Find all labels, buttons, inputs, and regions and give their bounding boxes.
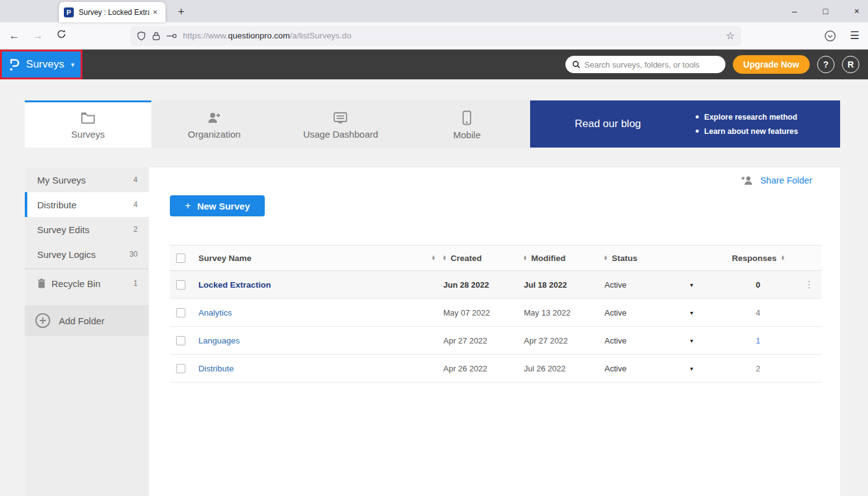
new-survey-button[interactable]: + New Survey (170, 195, 265, 216)
status-dropdown[interactable]: Active▾ (604, 336, 719, 345)
tab-label: Surveys (71, 129, 105, 140)
blog-bullets: Explore research method Learn about new … (696, 113, 798, 136)
sort-icon[interactable]: ▴▾ (604, 255, 607, 261)
permissions-icon[interactable] (166, 32, 177, 40)
created-cell: Apr 26 2022 (443, 364, 524, 373)
bookmark-star-icon[interactable]: ☆ (726, 30, 735, 42)
plus-icon: + (185, 200, 191, 212)
folder-icon (81, 111, 95, 125)
blog-bullet: Explore research method (696, 113, 798, 122)
sidebar-item-distribute[interactable]: Distribute 4 (25, 192, 149, 217)
circle-plus-icon (35, 312, 51, 329)
responses-cell[interactable]: 1 (719, 336, 797, 345)
count-badge: 30 (130, 250, 138, 259)
search-icon (572, 60, 580, 69)
menu-icon[interactable]: ☰ (850, 29, 859, 42)
table-row[interactable]: Locked Extraction Jun 28 2022 Jul 18 202… (170, 271, 822, 299)
chevron-down-icon[interactable]: ▾ (690, 365, 693, 372)
url-text[interactable]: https://www.questionpro.com/a/listSurvey… (183, 31, 720, 40)
add-folder-button[interactable]: Add Folder (25, 305, 149, 336)
table-row[interactable]: Analytics May 07 2022 May 13 2022 Active… (170, 299, 822, 327)
sort-icon[interactable]: ▴▾ (782, 255, 784, 261)
reload-button[interactable] (52, 29, 71, 42)
modified-cell: Apr 27 2022 (524, 336, 604, 345)
back-button[interactable]: ← (5, 30, 24, 42)
avatar[interactable]: R (842, 56, 859, 73)
bullet-dot (696, 130, 699, 133)
tab-surveys[interactable]: Surveys (25, 100, 151, 148)
bullet-dot (696, 115, 699, 118)
tab-mobile[interactable]: Mobile (404, 100, 530, 148)
shield-icon[interactable] (136, 31, 146, 41)
sidebar-item-recycle-bin[interactable]: Recycle Bin 1 (25, 271, 149, 296)
sort-icon[interactable]: ▴▾ (443, 255, 446, 261)
table-row[interactable]: Distribute Apr 26 2022 Jul 26 2022 Activ… (170, 355, 822, 383)
col-created[interactable]: Created (451, 254, 482, 263)
sort-icon[interactable]: ▴▾ (432, 255, 435, 261)
tab-organization[interactable]: Organization (151, 100, 278, 148)
row-checkbox[interactable] (176, 308, 185, 317)
blog-banner[interactable]: Read our blog Explore research method Le… (530, 100, 840, 148)
reload-icon (56, 29, 66, 39)
created-cell: May 07 2022 (443, 308, 524, 317)
surveys-main-panel: Share Folder + New Survey Survey Name ▴▾… (149, 167, 840, 496)
row-menu-icon[interactable]: ⋮ (797, 279, 822, 290)
minimize-button[interactable]: – (789, 6, 801, 16)
questionpro-favicon-icon: P (64, 7, 74, 17)
blog-title[interactable]: Read our blog (575, 118, 641, 130)
tab-usage-dashboard[interactable]: Usage Dashboard (278, 100, 404, 148)
pocket-icon[interactable] (824, 30, 836, 42)
col-survey-name[interactable]: Survey Name (198, 254, 252, 263)
chevron-down-icon[interactable]: ▾ (690, 281, 693, 288)
close-window-button[interactable]: × (851, 6, 863, 16)
responses-cell[interactable]: 0 (719, 280, 797, 290)
select-all-checkbox[interactable] (176, 254, 185, 263)
row-checkbox[interactable] (176, 280, 185, 290)
chevron-down-icon[interactable]: ▾ (690, 309, 693, 316)
sidebar-item-my-surveys[interactable]: My Surveys 4 (25, 167, 149, 192)
col-responses[interactable]: Responses (732, 254, 777, 263)
browser-tab-title: Survey : Locked Extraction (79, 8, 149, 17)
survey-name-link[interactable]: Locked Extraction (198, 280, 271, 290)
status-dropdown[interactable]: Active▾ (604, 364, 719, 373)
sidebar-item-survey-logics[interactable]: Survey Logics 30 (25, 242, 149, 267)
chevron-down-icon[interactable]: ▾ (690, 337, 693, 344)
sidebar-item-survey-edits[interactable]: Survey Edits 2 (25, 217, 149, 242)
lock-icon[interactable] (152, 31, 161, 41)
surveys-dropdown[interactable]: Surveys ▾ (0, 50, 82, 79)
new-tab-button[interactable]: + (173, 6, 190, 19)
sidebar-divider (25, 268, 149, 269)
window-controls: – □ × (789, 0, 863, 22)
status-dropdown[interactable]: Active▾ (604, 308, 719, 317)
status-dropdown[interactable]: Active▾ (604, 280, 719, 290)
created-cell: Apr 27 2022 (443, 336, 524, 345)
survey-name-link[interactable]: Languages (198, 336, 240, 345)
share-folder-link[interactable]: Share Folder (741, 175, 812, 185)
browser-tab[interactable]: P Survey : Locked Extraction × (59, 2, 166, 22)
app-tabs: Surveys Organization Usage Dashboard Mob… (25, 100, 530, 148)
responses-cell[interactable]: 2 (719, 364, 797, 373)
col-status[interactable]: Status (612, 254, 637, 263)
global-search[interactable] (565, 56, 725, 73)
help-button[interactable]: ? (817, 56, 835, 73)
address-bar[interactable]: https://www.questionpro.com/a/listSurvey… (130, 26, 741, 46)
row-checkbox[interactable] (176, 336, 185, 345)
upgrade-now-button[interactable]: Upgrade Now (733, 55, 810, 74)
forward-button[interactable]: → (29, 30, 47, 42)
count-badge: 4 (133, 200, 138, 209)
table-row[interactable]: Languages Apr 27 2022 Apr 27 2022 Active… (170, 327, 822, 355)
toolbar-right: ☰ (824, 29, 859, 42)
col-modified[interactable]: Modified (531, 254, 566, 263)
modified-cell: Jul 26 2022 (524, 364, 604, 373)
table-header-row: Survey Name ▴▾ ▴▾Created ▴▾Modified ▴▾St… (170, 245, 822, 271)
close-tab-icon[interactable]: × (149, 6, 161, 18)
row-checkbox[interactable] (176, 364, 185, 373)
search-input[interactable] (585, 60, 719, 69)
responses-cell[interactable]: 4 (719, 308, 797, 317)
surveys-table: Survey Name ▴▾ ▴▾Created ▴▾Modified ▴▾St… (170, 245, 822, 383)
survey-name-link[interactable]: Distribute (198, 364, 234, 373)
sort-icon[interactable]: ▴▾ (524, 255, 526, 261)
questionpro-logo-icon (8, 56, 20, 73)
survey-name-link[interactable]: Analytics (198, 308, 232, 317)
maximize-button[interactable]: □ (819, 6, 831, 16)
